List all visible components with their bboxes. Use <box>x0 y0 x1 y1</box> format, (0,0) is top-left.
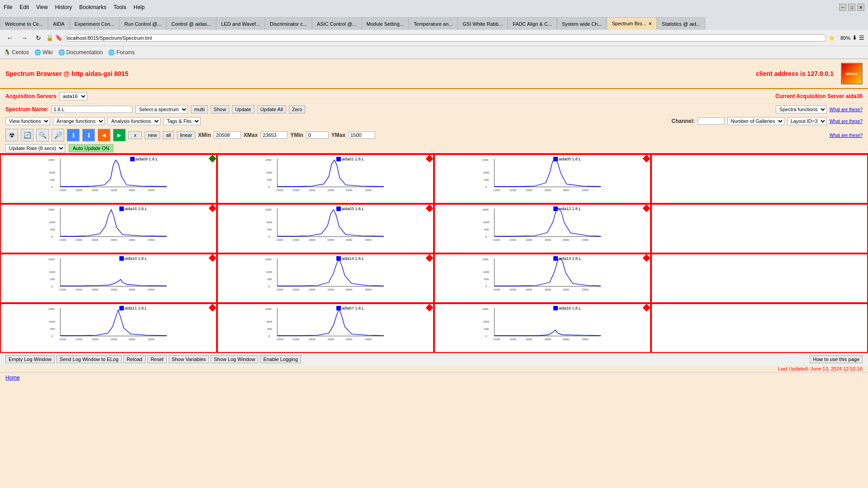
tab-run-control[interactable]: Run Control @... <box>119 17 166 30</box>
tab-aida[interactable]: AIDA <box>48 17 70 30</box>
show-log-window-button[interactable]: Show Log Window <box>211 355 258 363</box>
what-are-these-3[interactable]: What are these? <box>830 133 863 138</box>
tab-asic[interactable]: ASIC Control @... <box>312 17 362 30</box>
radiation-icon-btn[interactable]: ☢ <box>5 129 18 141</box>
gallery-cell-aida10[interactable]: aida10 1.8.L 1500 1000 500 0 21000 21500… <box>0 253 217 303</box>
menu-bookmarks[interactable]: Bookmarks <box>79 4 106 10</box>
menu-help[interactable]: Help <box>133 4 145 10</box>
view-functions-select[interactable]: View functions <box>5 117 50 125</box>
reset-button[interactable]: Reset <box>147 355 167 363</box>
bookmark-forums[interactable]: 🌐 Forums <box>108 49 135 56</box>
menu-edit[interactable]: Edit <box>19 4 29 10</box>
enable-logging-button[interactable]: Enable Logging <box>260 355 301 363</box>
x-button[interactable]: x <box>128 131 142 139</box>
gallery-cell-aida13[interactable]: aida13 1.8.L 1500 1000 500 0 21000 21500… <box>434 253 651 303</box>
reload-button[interactable]: Reload <box>123 355 146 363</box>
show-variables-button[interactable]: Show Variables <box>169 355 209 363</box>
spectrum-name-input[interactable] <box>51 106 132 113</box>
gallery-cell-aida11[interactable]: aida11 1.8.L 1500 1000 500 0 21000 21500… <box>0 303 217 353</box>
menu-history[interactable]: History <box>55 4 72 10</box>
gallery-cell-aida03[interactable]: aida03 1.8.L 1500 1000 500 0 21000 21500… <box>217 204 434 253</box>
zero-button[interactable]: Zero <box>289 105 306 113</box>
tab-discriminator[interactable]: Discriminator c... <box>265 17 312 30</box>
new-button[interactable]: new <box>145 131 160 139</box>
url-bar[interactable] <box>64 34 826 42</box>
zoom-out-icon-btn[interactable]: 🔎 <box>52 129 64 141</box>
right-arrow-icon-btn[interactable]: ► <box>113 129 126 141</box>
gallery-cell-aida15[interactable]: aida15 1.8.L 1500 1000 500 0 21000 21500… <box>0 204 217 253</box>
gallery-cell-empty4[interactable] <box>651 303 868 353</box>
bookmark-centos[interactable]: 🐧 Centos <box>4 49 29 56</box>
empty-log-window-button[interactable]: Empty Log Window <box>5 355 55 363</box>
gallery-cell-aida14[interactable]: aida14 1.8.L 1500 1000 500 0 21000 21500… <box>217 253 434 303</box>
how-to-use-button[interactable]: How to use this page <box>810 355 863 363</box>
gallery-cell-aida05[interactable]: aida05 1.8.L 1500 1000 500 0 21000 21500… <box>434 154 651 204</box>
tab-temperature[interactable]: Temperature an... <box>409 17 458 30</box>
bookmark-wiki[interactable]: 🌐 Wiki <box>34 49 53 56</box>
ymin-input[interactable] <box>306 131 329 139</box>
analysis-functions-select[interactable]: Analysis functions <box>108 117 160 125</box>
info2-icon-btn[interactable]: ℹ <box>82 129 95 141</box>
select-spectrum-dropdown[interactable]: Select a spectrum <box>135 105 188 113</box>
gallery-cell-aida07[interactable]: aida07 1.8.L 1500 1000 500 0 21000 21500… <box>217 303 434 353</box>
arrange-functions-select[interactable]: Arrange functions <box>53 117 105 125</box>
tab-close-icon[interactable]: ✕ <box>648 21 652 26</box>
gallery-cell-empty1[interactable] <box>651 154 868 204</box>
gallery-cell-aida09[interactable]: aida09 1.8.L 1500 1000 500 0 21000 21500… <box>0 154 217 204</box>
xmax-input[interactable] <box>260 131 288 139</box>
tab-control[interactable]: Control @ aidas... <box>166 17 216 30</box>
gallery-cell-aida16[interactable]: aida16 1.8.L 1500 1000 500 0 21000 21500… <box>434 303 651 353</box>
gallery-cell-aida01[interactable]: aida01 1.8.L 1500 1000 500 0 21000 21500… <box>217 154 434 204</box>
svg-text:0: 0 <box>269 285 270 288</box>
ymax-input[interactable] <box>348 131 375 139</box>
tab-welcome[interactable]: Welcome to Ce... <box>0 17 48 30</box>
tab-led[interactable]: LED and Wavef... <box>216 17 265 30</box>
forward-button[interactable]: → <box>18 33 31 43</box>
auto-update-button[interactable]: Auto Update ON <box>69 144 113 152</box>
tab-fadc[interactable]: FADC Align & C... <box>508 17 557 30</box>
maximize-button[interactable]: □ <box>848 4 855 11</box>
tab-module[interactable]: Module Setting... <box>362 17 409 30</box>
spectra-functions-select[interactable]: Spectra functions <box>776 105 827 113</box>
tab-statistics[interactable]: Statistics @ aid... <box>657 17 705 30</box>
refresh-icon-btn[interactable]: 🔄 <box>21 129 33 141</box>
menu-tools[interactable]: Tools <box>113 4 126 10</box>
svg-text:21500: 21500 <box>292 338 299 341</box>
tab-experiment[interactable]: Experiment Con... <box>70 17 119 30</box>
acquisition-server-select[interactable]: aida16 <box>59 92 87 100</box>
zoom-in-icon-btn[interactable]: 🔍 <box>36 129 49 141</box>
home-link[interactable]: Home <box>0 373 868 383</box>
update-rate-select[interactable]: Update Rate (8 secs) <box>5 144 65 152</box>
all-button[interactable]: all <box>163 131 174 139</box>
show-button[interactable]: Show <box>211 105 230 113</box>
layout-id-select[interactable]: Layout ID=3 <box>787 117 827 125</box>
gallery-cell-empty3[interactable] <box>651 253 868 303</box>
menu-view[interactable]: View <box>36 4 48 10</box>
back-button[interactable]: ← <box>4 33 16 43</box>
channel-input[interactable] <box>698 117 725 125</box>
send-log-window-button[interactable]: Send Log Window to ELog <box>57 355 122 363</box>
update-button[interactable]: Update <box>232 105 254 113</box>
minimize-button[interactable]: ─ <box>839 4 846 11</box>
tab-system[interactable]: System wide Ch... <box>557 17 607 30</box>
number-of-galleries-select[interactable]: Number of Galleries <box>727 117 784 125</box>
gallery-cell-aida12[interactable]: aida12 1.8.L 1500 1000 500 0 21000 21500… <box>434 204 651 253</box>
info-icon-btn[interactable]: ℹ <box>67 129 80 141</box>
tags-fits-select[interactable]: Tags & Fits <box>163 117 201 125</box>
reload-button[interactable]: ↻ <box>33 33 44 43</box>
linear-button[interactable]: linear <box>177 131 195 139</box>
xmin-input[interactable] <box>214 131 241 139</box>
left-arrow-icon-btn[interactable]: ◄ <box>98 129 110 141</box>
multi-button[interactable]: multi <box>191 105 208 113</box>
menu-file[interactable]: File <box>4 4 12 10</box>
gallery-cell-empty2[interactable] <box>651 204 868 253</box>
svg-text:22500: 22500 <box>110 239 117 241</box>
what-are-these-2[interactable]: What are these? <box>830 119 863 124</box>
what-are-these-1[interactable]: What are these? <box>830 107 863 112</box>
tab-gsi[interactable]: GSI White Rabb... <box>458 17 508 30</box>
close-button[interactable]: ✕ <box>857 4 864 11</box>
bookmark-documentation[interactable]: 🌐 Documentation <box>58 49 103 56</box>
tab-spectrum[interactable]: Spectrum Bro... ✕ <box>607 17 656 30</box>
update-all-button[interactable]: Update All <box>257 105 286 113</box>
svg-text:23500: 23500 <box>148 288 155 291</box>
